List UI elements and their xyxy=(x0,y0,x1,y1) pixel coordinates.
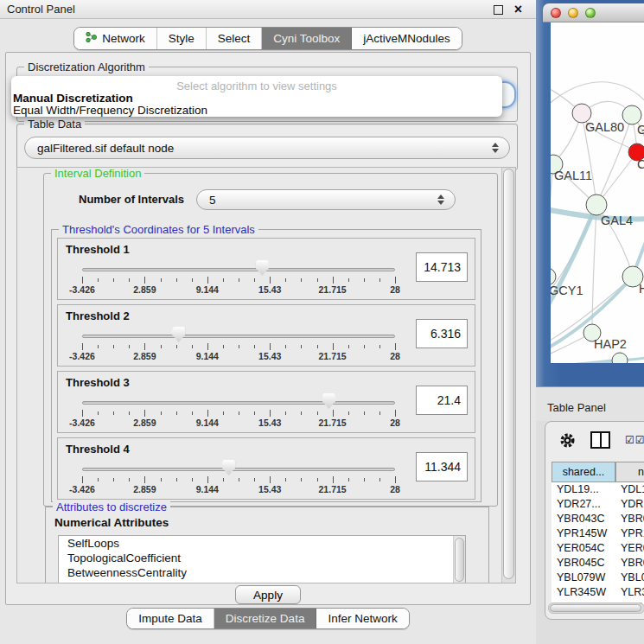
list-item[interactable]: BetweennessCentrality xyxy=(59,565,465,580)
slider-tick-labels: -3.4262.8599.14415.4321.71528 xyxy=(82,484,395,494)
table-row[interactable]: YPR145WYPR1 xyxy=(552,526,644,541)
network-node[interactable] xyxy=(551,268,556,285)
threshold-label: Threshold 2 xyxy=(66,309,130,322)
tab-discretize-data[interactable]: Discretize Data xyxy=(214,609,317,628)
slider-track[interactable] xyxy=(82,468,395,471)
table-header-row: shared...na xyxy=(552,462,644,482)
control-panel-titlebar: Control Panel × xyxy=(0,0,536,19)
threshold-value-field[interactable]: 6.316 xyxy=(416,319,468,348)
table-panel-title: Table Panel xyxy=(547,401,606,414)
float-window-icon[interactable] xyxy=(494,5,503,15)
table-row[interactable]: YLR345WYLR3 xyxy=(552,585,644,600)
column-header[interactable]: na xyxy=(615,462,644,482)
threshold-slider[interactable]: -3.4262.8599.14415.4321.71528 xyxy=(82,324,395,364)
threshold-value-field[interactable]: 11.344 xyxy=(416,452,468,481)
slider-ticks xyxy=(82,410,395,417)
settings-vertical-scrollbar[interactable] xyxy=(501,168,515,583)
slider-track[interactable] xyxy=(82,268,395,271)
table-cell: YBL0 xyxy=(615,571,644,585)
tab-label: jActiveMNodules xyxy=(363,32,450,45)
scrollbar-thumb[interactable] xyxy=(550,604,641,612)
slider-thumb[interactable] xyxy=(322,393,335,409)
zoom-traffic-light-icon[interactable] xyxy=(585,8,596,18)
slider-thumb[interactable] xyxy=(222,460,235,475)
number-of-intervals-combobox[interactable]: 5 xyxy=(196,189,456,210)
slider-thumb[interactable] xyxy=(172,327,185,342)
tab-label: Network xyxy=(102,32,145,45)
tab-style[interactable]: Style xyxy=(157,28,207,49)
slider-thumb[interactable] xyxy=(256,260,269,276)
network-edge-thick[interactable] xyxy=(551,360,620,363)
apply-button[interactable]: Apply xyxy=(235,585,301,604)
number-of-intervals-value: 5 xyxy=(209,194,216,207)
slider-track[interactable] xyxy=(82,401,395,405)
interval-definition-group: Interval Definition Number of Intervals … xyxy=(43,173,498,507)
table-row[interactable]: YBL079WYBL0 xyxy=(552,571,644,585)
table-cell: YBL079W xyxy=(552,571,615,585)
threshold-row: Threshold 1-3.4262.8599.14415.4321.71528… xyxy=(57,238,475,300)
table-row[interactable]: YBR045CYBR0 xyxy=(552,556,644,571)
list-item[interactable]: TopologicalCoefficient xyxy=(59,551,465,565)
numerical-attributes-label: Numerical Attributes xyxy=(54,516,169,529)
threshold-label: Threshold 3 xyxy=(66,376,130,389)
tab-infer-network[interactable]: Infer Network xyxy=(316,609,408,628)
algorithm-placeholder-option[interactable]: Select algorithm to view settings xyxy=(11,80,502,92)
table-cell: YER054C xyxy=(552,541,615,556)
table-row[interactable]: YBR043CYBR0 xyxy=(552,512,644,526)
minimize-traffic-light-icon[interactable] xyxy=(568,8,578,18)
tab-label: Infer Network xyxy=(328,612,397,625)
network-edge[interactable] xyxy=(551,164,553,277)
table-row[interactable]: YDL19...YDL1 xyxy=(552,482,644,497)
network-node[interactable] xyxy=(586,194,607,215)
threshold-label: Threshold 1 xyxy=(66,243,130,256)
show-columns-icon[interactable] xyxy=(590,431,610,449)
slider-tick-labels: -3.4262.8599.14415.4321.71528 xyxy=(82,284,395,295)
threshold-value-field[interactable]: 21.4 xyxy=(416,386,468,415)
threshold-value-field[interactable]: 14.713 xyxy=(416,252,468,282)
tab-label: Discretize Data xyxy=(226,612,305,625)
threshold-slider[interactable]: -3.4262.8599.14415.4321.71528 xyxy=(82,391,395,430)
table-row[interactable]: YER054CYER0 xyxy=(552,541,644,556)
slider-ticks xyxy=(82,343,395,350)
threshold-row: Threshold 3-3.4262.8599.14415.4321.71528… xyxy=(57,371,475,433)
slider-track[interactable] xyxy=(82,335,395,338)
tab-network[interactable]: Network xyxy=(74,28,157,49)
number-of-intervals-label: Number of Intervals xyxy=(79,193,184,206)
network-node[interactable] xyxy=(622,105,641,124)
column-header[interactable]: shared... xyxy=(552,462,615,482)
window-title: Control Panel xyxy=(7,3,75,16)
top-tab-bar: NetworkStyleSelectCyni ToolboxjActiveMNo… xyxy=(0,27,536,50)
tab-select[interactable]: Select xyxy=(207,28,263,49)
scrollbar-thumb[interactable] xyxy=(503,169,514,579)
table-horizontal-scrollbar[interactable] xyxy=(548,603,644,614)
tab-cyni-toolbox[interactable]: Cyni Toolbox xyxy=(262,28,352,49)
node-label: G xyxy=(637,123,644,137)
table-row[interactable]: YDR27...YDR2 xyxy=(552,497,644,512)
algorithm-option-equal-width[interactable]: Equal Width/Frequency Discretization xyxy=(11,105,502,117)
list-item[interactable]: SelfLoops xyxy=(59,536,465,551)
tab-jactivemnodules[interactable]: jActiveMNodules xyxy=(352,28,462,49)
attributes-list-scrollbar[interactable] xyxy=(453,536,465,583)
combo-arrows-icon xyxy=(437,194,444,205)
table-cell: YBR0 xyxy=(615,556,644,571)
network-edge-thick[interactable] xyxy=(551,205,596,330)
algorithm-option-manual[interactable]: Manual Discretization xyxy=(11,92,502,105)
select-columns-checkboxes-icon[interactable]: ☑☑ xyxy=(625,434,644,446)
table-data-combobox[interactable]: galFiltered.sif default node xyxy=(24,137,510,159)
network-canvas[interactable]: GAL80GCGAL11GAL4GCY1HHAP2 xyxy=(551,22,644,363)
close-traffic-light-icon[interactable] xyxy=(551,8,561,18)
close-icon[interactable]: × xyxy=(514,3,522,16)
network-window-titlebar xyxy=(543,3,644,22)
table-cell: YBR0 xyxy=(615,512,644,526)
node-label: GAL80 xyxy=(585,120,624,134)
network-node[interactable] xyxy=(612,353,628,363)
gear-icon[interactable] xyxy=(559,432,576,449)
node-label: GAL11 xyxy=(554,169,592,182)
table-cell: YPR145W xyxy=(552,526,615,541)
node-label: HAP2 xyxy=(594,337,627,351)
tab-impute-data[interactable]: Impute Data xyxy=(127,609,214,628)
attributes-group: Attributes to discretize Numerical Attri… xyxy=(45,507,489,583)
threshold-slider[interactable]: -3.4262.8599.14415.4321.71528 xyxy=(82,457,395,497)
tab-label: Impute Data xyxy=(138,612,202,625)
threshold-slider[interactable]: -3.4262.8599.14415.4321.71528 xyxy=(82,258,395,297)
